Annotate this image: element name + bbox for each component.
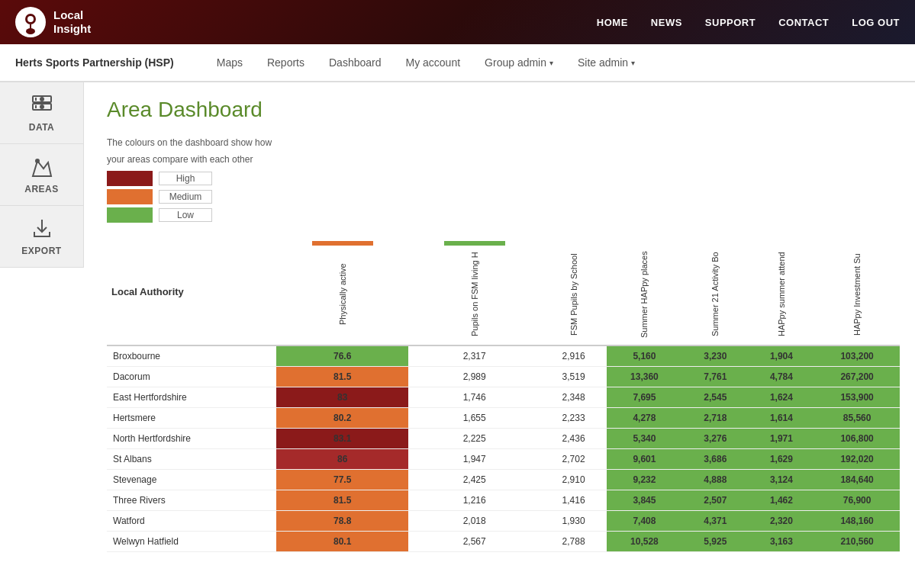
- top-navigation: Local Insight HOME NEWS SUPPORT CONTACT …: [0, 0, 915, 44]
- col-header-area: Local Authority: [107, 238, 276, 345]
- fsm-living-cell: 1,216: [408, 490, 540, 511]
- nav-home[interactable]: HOME: [597, 17, 628, 28]
- summer21-cell: 3,230: [682, 345, 749, 367]
- areas-label: AREAS: [24, 184, 59, 194]
- col-header-physically-active: Physically active: [276, 238, 408, 345]
- happy-attend-cell: 3,124: [749, 470, 815, 490]
- area-name-cell: Three Rivers: [107, 490, 276, 511]
- summer-happy-cell: 4,278: [607, 408, 682, 429]
- area-name-cell: Stevenage: [107, 470, 276, 490]
- svg-point-9: [36, 159, 39, 162]
- nav-support[interactable]: SUPPORT: [705, 17, 756, 28]
- fsm-school-cell: 1,930: [540, 511, 607, 532]
- nav-logout[interactable]: LOG OUT: [852, 17, 900, 28]
- fsm-school-cell: 2,788: [540, 532, 607, 552]
- area-name-cell: Dacorum: [107, 367, 276, 387]
- nav-maps[interactable]: Maps: [205, 44, 255, 81]
- physically-active-cell: 78.8: [276, 511, 408, 532]
- fsm-living-cell: 2,567: [408, 532, 540, 552]
- happy-invest-cell: 184,640: [814, 470, 900, 490]
- areas-button[interactable]: AREAS: [0, 144, 83, 206]
- nav-contact[interactable]: CONTACT: [778, 17, 829, 28]
- col-header-fsm-school: FSM Pupils by School: [540, 238, 607, 345]
- side-panel: DATA AREAS EXPORT: [0, 82, 84, 268]
- summer-happy-cell: 9,232: [607, 470, 682, 490]
- happy-attend-cell: 1,462: [749, 490, 815, 511]
- fsm-living-cell: 2,225: [408, 429, 540, 449]
- happy-invest-cell: 210,560: [814, 532, 900, 552]
- chevron-down-icon: ▾: [549, 59, 553, 67]
- happy-attend-cell: 1,904: [749, 345, 815, 367]
- nav-reports[interactable]: Reports: [255, 44, 317, 81]
- col-header-happy-invest: HAPpy Investment Su: [814, 238, 900, 345]
- legend-color-medium: [107, 189, 153, 204]
- svg-point-7: [40, 98, 43, 101]
- summer21-cell: 2,507: [682, 490, 749, 511]
- legend-medium: Medium: [107, 189, 275, 204]
- legend-low: Low: [107, 207, 275, 223]
- fsm-school-cell: 2,436: [540, 429, 607, 449]
- table-row: Broxbourne76.62,3172,9165,1603,2301,9041…: [107, 345, 900, 367]
- table-row: Welwyn Hatfield80.12,5672,78810,5285,925…: [107, 532, 900, 552]
- happy-attend-cell: 1,971: [749, 429, 815, 449]
- happy-attend-cell: 1,624: [749, 387, 815, 408]
- nav-siteadmin[interactable]: Site admin ▾: [565, 44, 647, 81]
- summer-happy-cell: 7,408: [607, 511, 682, 532]
- area-name-cell: North Hertfordshire: [107, 429, 276, 449]
- summer21-cell: 3,276: [682, 429, 749, 449]
- summer21-cell: 4,371: [682, 511, 749, 532]
- happy-invest-cell: 153,900: [814, 387, 900, 408]
- top-nav-links: HOME NEWS SUPPORT CONTACT LOG OUT: [597, 17, 900, 28]
- summer-happy-cell: 13,360: [607, 367, 682, 387]
- summer21-cell: 3,686: [682, 449, 749, 470]
- nav-myaccount[interactable]: My account: [393, 44, 472, 81]
- svg-point-8: [40, 105, 43, 108]
- data-label: DATA: [29, 122, 55, 133]
- area-name-cell: Hertsmere: [107, 408, 276, 429]
- summer-happy-cell: 5,340: [607, 429, 682, 449]
- physically-active-cell: 83.1: [276, 429, 408, 449]
- happy-invest-cell: 192,020: [814, 449, 900, 470]
- legend-label-low: Low: [159, 208, 212, 222]
- nav-news[interactable]: NEWS: [651, 17, 682, 28]
- summer21-cell: 2,545: [682, 387, 749, 408]
- chevron-down-icon: ▾: [631, 59, 635, 67]
- legend-label-high: High: [159, 172, 212, 185]
- legend-color-high: [107, 171, 153, 186]
- nav-groupadmin[interactable]: Group admin ▾: [472, 44, 565, 81]
- area-name-cell: St Albans: [107, 449, 276, 470]
- layout: The colours on the dashboard show how yo…: [107, 137, 900, 552]
- fsm-school-cell: 1,416: [540, 490, 607, 511]
- summer21-cell: 4,888: [682, 470, 749, 490]
- table-row: Dacorum81.52,9893,51913,3607,7614,784267…: [107, 367, 900, 387]
- summer-happy-cell: 5,160: [607, 345, 682, 367]
- sec-nav-links: Maps Reports Dashboard My account Group …: [205, 44, 647, 81]
- table-row: Stevenage77.52,4252,9109,2324,8883,12418…: [107, 470, 900, 490]
- area-name-cell: Welwyn Hatfield: [107, 532, 276, 552]
- fsm-living-cell: 1,947: [408, 449, 540, 470]
- fsm-school-cell: 3,519: [540, 367, 607, 387]
- table-row: East Hertfordshire831,7462,3487,6952,545…: [107, 387, 900, 408]
- happy-invest-cell: 76,900: [814, 490, 900, 511]
- col-header-summer-happy: Summer HAPpy places: [607, 238, 682, 345]
- fsm-living-cell: 2,018: [408, 511, 540, 532]
- org-name: Herts Sports Partnership (HSP): [15, 56, 174, 69]
- happy-attend-cell: 2,320: [749, 511, 815, 532]
- happy-invest-cell: 103,200: [814, 345, 900, 367]
- svg-point-1: [27, 16, 34, 22]
- legend-color-low: [107, 207, 153, 223]
- data-button[interactable]: DATA: [0, 82, 83, 144]
- logo-icon: [15, 7, 46, 37]
- col-header-happy-attend: HAPpy summer attend: [749, 238, 815, 345]
- nav-dashboard[interactable]: Dashboard: [317, 44, 394, 81]
- summer-happy-cell: 10,528: [607, 532, 682, 552]
- logo-text: Local Insight: [53, 8, 91, 36]
- physically-active-cell: 80.2: [276, 408, 408, 429]
- export-button[interactable]: EXPORT: [0, 206, 83, 268]
- table-row: Three Rivers81.51,2161,4163,8452,5071,46…: [107, 490, 900, 511]
- summer-happy-cell: 9,601: [607, 449, 682, 470]
- fsm-living-cell: 1,655: [408, 408, 540, 429]
- happy-invest-cell: 106,800: [814, 429, 900, 449]
- fsm-living-cell: 1,746: [408, 387, 540, 408]
- fsm-living-cell: 2,425: [408, 470, 540, 490]
